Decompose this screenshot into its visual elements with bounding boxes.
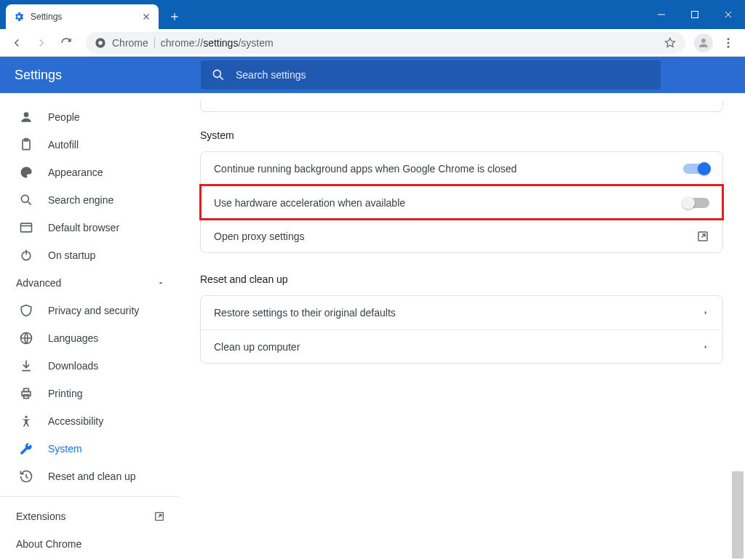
row-clean-up[interactable]: Clean up computer bbox=[201, 329, 722, 363]
globe-icon bbox=[19, 331, 33, 345]
chevron-right-icon bbox=[702, 309, 709, 316]
browser-toolbar: Chrome chrome://settings/system bbox=[0, 29, 745, 57]
shield-icon bbox=[19, 303, 33, 318]
close-window-button[interactable] bbox=[712, 0, 745, 29]
divider bbox=[0, 496, 178, 497]
open-external-icon bbox=[696, 230, 709, 243]
svg-point-3 bbox=[701, 39, 706, 43]
sidebar-item-label: Downloads bbox=[48, 360, 98, 372]
toggle-background-apps[interactable] bbox=[683, 164, 709, 174]
svg-point-8 bbox=[24, 112, 29, 117]
previous-section-card-edge bbox=[200, 100, 723, 112]
wrench-icon bbox=[19, 441, 33, 456]
sidebar-item-default-browser[interactable]: Default browser bbox=[0, 214, 178, 241]
window-icon bbox=[19, 220, 33, 235]
svg-rect-12 bbox=[21, 223, 32, 232]
row-label: Open proxy settings bbox=[214, 231, 305, 242]
search-settings[interactable] bbox=[201, 60, 661, 89]
svg-point-11 bbox=[21, 195, 28, 202]
close-icon[interactable] bbox=[141, 12, 151, 22]
sidebar-item-label: Printing bbox=[48, 388, 82, 399]
browser-tab[interactable]: Settings bbox=[6, 4, 159, 29]
sidebar-item-reset[interactable]: Reset and clean up bbox=[0, 463, 178, 490]
menu-button[interactable] bbox=[717, 32, 739, 54]
back-button[interactable] bbox=[6, 32, 28, 54]
search-icon bbox=[211, 68, 226, 82]
row-background-apps[interactable]: Continue running background apps when Go… bbox=[201, 152, 722, 185]
system-card: Continue running background apps when Go… bbox=[200, 151, 723, 253]
svg-rect-0 bbox=[692, 12, 698, 18]
sidebar-item-on-startup[interactable]: On startup bbox=[0, 241, 178, 269]
sidebar-item-downloads[interactable]: Downloads bbox=[0, 352, 178, 380]
palette-icon bbox=[19, 165, 33, 180]
profile-button[interactable] bbox=[694, 33, 713, 52]
sidebar-item-label: Accessibility bbox=[48, 415, 103, 427]
sidebar-extensions[interactable]: Extensions bbox=[0, 503, 178, 530]
forward-button[interactable] bbox=[31, 32, 52, 54]
maximize-button[interactable] bbox=[678, 0, 712, 29]
sidebar-item-printing[interactable]: Printing bbox=[0, 380, 178, 407]
svg-rect-16 bbox=[24, 388, 29, 391]
new-tab-button[interactable] bbox=[166, 8, 183, 25]
sidebar-item-label: Autofill bbox=[48, 139, 79, 151]
settings-header: Settings bbox=[0, 57, 745, 93]
window-titlebar: Settings bbox=[0, 0, 745, 29]
sidebar-item-languages[interactable]: Languages bbox=[0, 324, 178, 352]
search-icon bbox=[19, 193, 33, 207]
printer-icon bbox=[19, 386, 33, 401]
chevron-right-icon bbox=[702, 343, 709, 351]
toggle-hardware-acceleration[interactable] bbox=[683, 198, 709, 208]
row-restore-defaults[interactable]: Restore settings to their original defau… bbox=[201, 296, 722, 329]
sidebar-item-label: Privacy and security bbox=[48, 305, 139, 316]
content: People Autofill Appearance Search engine… bbox=[0, 93, 745, 560]
sidebar-item-appearance[interactable]: Appearance bbox=[0, 159, 178, 186]
sidebar-item-system[interactable]: System bbox=[0, 435, 178, 463]
sidebar-group-label: Advanced bbox=[16, 277, 61, 289]
omnibox-chip: Chrome bbox=[112, 37, 148, 49]
sidebar-item-label: Reset and clean up bbox=[48, 471, 136, 482]
svg-point-2 bbox=[98, 41, 102, 44]
svg-point-7 bbox=[213, 70, 220, 77]
scrollbar[interactable] bbox=[732, 471, 744, 559]
section-title-system: System bbox=[200, 129, 723, 141]
sidebar-item-autofill[interactable]: Autofill bbox=[0, 131, 178, 159]
window-controls bbox=[645, 0, 745, 29]
main-pane: System Continue running background apps … bbox=[178, 93, 745, 560]
sidebar-item-privacy[interactable]: Privacy and security bbox=[0, 297, 178, 324]
omnibox-url: chrome://settings/system bbox=[161, 37, 274, 49]
download-icon bbox=[19, 359, 33, 373]
minimize-button[interactable] bbox=[645, 0, 678, 29]
row-proxy-settings[interactable]: Open proxy settings bbox=[201, 219, 722, 252]
address-bar[interactable]: Chrome chrome://settings/system bbox=[86, 32, 685, 54]
sidebar-item-label: Languages bbox=[48, 332, 98, 344]
row-hardware-acceleration[interactable]: Use hardware acceleration when available bbox=[201, 185, 722, 219]
row-label: Continue running background apps when Go… bbox=[214, 163, 517, 175]
reload-button[interactable] bbox=[55, 32, 77, 54]
row-label: Use hardware acceleration when available bbox=[214, 197, 405, 209]
sidebar-group-advanced[interactable]: Advanced bbox=[0, 269, 178, 297]
clipboard-icon bbox=[19, 137, 33, 152]
sidebar-item-accessibility[interactable]: Accessibility bbox=[0, 407, 178, 435]
star-icon[interactable] bbox=[664, 36, 677, 49]
sidebar-item-search-engine[interactable]: Search engine bbox=[0, 186, 178, 214]
sidebar-item-label: Default browser bbox=[48, 222, 119, 233]
svg-point-6 bbox=[728, 45, 730, 47]
power-icon bbox=[19, 248, 33, 263]
row-label: Restore settings to their original defau… bbox=[214, 307, 396, 319]
page-title: Settings bbox=[15, 68, 189, 83]
sidebar-about[interactable]: About Chrome bbox=[0, 530, 178, 558]
row-label: Clean up computer bbox=[214, 341, 300, 353]
svg-point-5 bbox=[728, 41, 730, 44]
section-title-reset: Reset and clean up bbox=[200, 273, 723, 285]
sidebar-item-label: Search engine bbox=[48, 194, 113, 206]
search-input[interactable] bbox=[236, 69, 650, 81]
sidebar-item-label: On startup bbox=[48, 249, 95, 261]
tab-title: Settings bbox=[31, 12, 62, 22]
sidebar-item-label: People bbox=[48, 111, 80, 123]
chrome-product-icon bbox=[95, 37, 106, 49]
chevron-up-icon bbox=[156, 279, 165, 287]
restore-icon bbox=[19, 469, 33, 484]
sidebar-item-people[interactable]: People bbox=[0, 103, 178, 131]
open-external-icon bbox=[154, 511, 165, 522]
svg-rect-17 bbox=[24, 395, 29, 399]
